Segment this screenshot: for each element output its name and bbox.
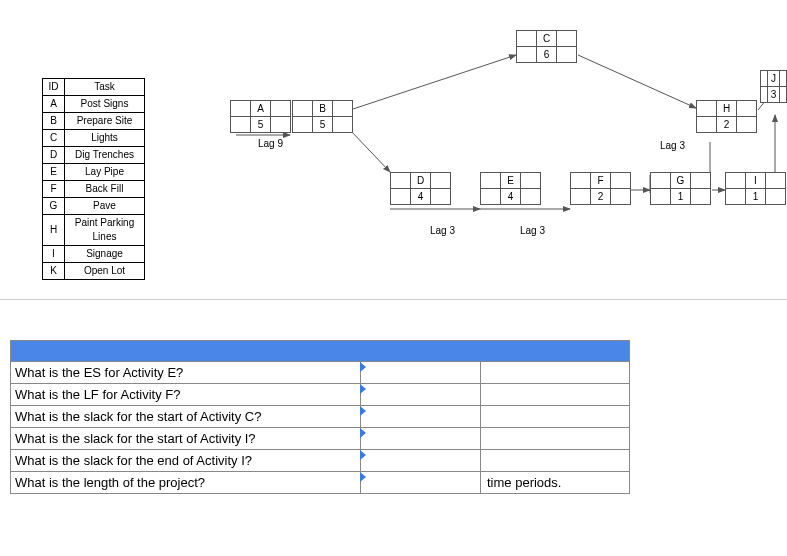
answer-unit: [481, 406, 629, 427]
answer-cell[interactable]: [361, 450, 481, 471]
question-table: What is the ES for Activity E?What is th…: [10, 340, 630, 494]
task-row: CLights: [43, 130, 145, 147]
task-id: H: [43, 215, 65, 246]
question-row: What is the slack for the end of Activit…: [10, 450, 630, 472]
answer-unit: [481, 450, 629, 471]
svg-line-4: [578, 55, 696, 108]
task-name: Back Fill: [65, 181, 145, 198]
question-text: What is the LF for Activity F?: [11, 384, 361, 405]
task-row: BPrepare Site: [43, 113, 145, 130]
answer-unit: [481, 428, 629, 449]
caret-right-icon: [360, 362, 366, 372]
answer-cell[interactable]: [361, 384, 481, 405]
lag-label-EF: Lag 3: [520, 225, 545, 236]
lag-label-GH: Lag 3: [660, 140, 685, 151]
answer-unit: time periods.: [481, 472, 629, 493]
question-text: What is the ES for Activity E?: [11, 362, 361, 383]
answer-input[interactable]: [361, 428, 480, 449]
question-text: What is the slack for the start of Activ…: [11, 406, 361, 427]
activity-node-J: J 3: [760, 70, 787, 103]
answer-input[interactable]: [361, 384, 480, 405]
task-id: A: [43, 96, 65, 113]
task-row: KOpen Lot: [43, 263, 145, 280]
activity-node-B: B 5: [292, 100, 353, 133]
task-id: G: [43, 198, 65, 215]
question-row: What is the ES for Activity E?: [10, 362, 630, 384]
caret-right-icon: [360, 384, 366, 394]
task-name: Open Lot: [65, 263, 145, 280]
task-id: I: [43, 246, 65, 263]
answer-input[interactable]: [361, 362, 480, 383]
task-id: D: [43, 147, 65, 164]
question-row: What is the slack for the start of Activ…: [10, 406, 630, 428]
task-row: HPaint Parking Lines: [43, 215, 145, 246]
lag-label-AB: Lag 9: [258, 138, 283, 149]
task-name: Paint Parking Lines: [65, 215, 145, 246]
activity-node-F: F 2: [570, 172, 631, 205]
question-text: What is the slack for the start of Activ…: [11, 428, 361, 449]
caret-right-icon: [360, 428, 366, 438]
answer-cell[interactable]: [361, 362, 481, 383]
activity-node-E: E 4: [480, 172, 541, 205]
task-id: K: [43, 263, 65, 280]
activity-node-C: C 6: [516, 30, 577, 63]
lag-label-DE: Lag 3: [430, 225, 455, 236]
task-table-header-task: Task: [65, 79, 145, 96]
activity-node-G: G 1: [650, 172, 711, 205]
task-name: Dig Trenches: [65, 147, 145, 164]
task-name: Pave: [65, 198, 145, 215]
task-id: C: [43, 130, 65, 147]
task-row: FBack Fill: [43, 181, 145, 198]
task-table: ID Task APost SignsBPrepare SiteCLightsD…: [42, 78, 145, 280]
task-row: GPave: [43, 198, 145, 215]
task-id: E: [43, 164, 65, 181]
task-name: Prepare Site: [65, 113, 145, 130]
network-diagram-panel: ID Task APost SignsBPrepare SiteCLightsD…: [0, 0, 787, 300]
task-name: Lights: [65, 130, 145, 147]
answer-cell[interactable]: [361, 428, 481, 449]
question-row: What is the length of the project?time p…: [10, 472, 630, 494]
task-table-header-id: ID: [43, 79, 65, 96]
task-row: DDig Trenches: [43, 147, 145, 164]
answer-unit: [481, 384, 629, 405]
activity-node-I: I 1: [725, 172, 786, 205]
task-row: ISignage: [43, 246, 145, 263]
svg-line-2: [350, 55, 516, 110]
answer-input[interactable]: [361, 406, 480, 427]
caret-right-icon: [360, 406, 366, 416]
question-row: What is the LF for Activity F?: [10, 384, 630, 406]
answer-unit: [481, 362, 629, 383]
answer-cell[interactable]: [361, 472, 481, 493]
task-name: Post Signs: [65, 96, 145, 113]
task-row: APost Signs: [43, 96, 145, 113]
task-id: B: [43, 113, 65, 130]
question-text: What is the slack for the end of Activit…: [11, 450, 361, 471]
task-id: F: [43, 181, 65, 198]
answer-cell[interactable]: [361, 406, 481, 427]
answer-input[interactable]: [361, 450, 480, 471]
task-name: Lay Pipe: [65, 164, 145, 181]
activity-node-H: H 2: [696, 100, 757, 133]
question-text: What is the length of the project?: [11, 472, 361, 493]
caret-right-icon: [360, 472, 366, 482]
task-row: ELay Pipe: [43, 164, 145, 181]
answer-input[interactable]: [361, 472, 480, 493]
activity-node-A: A 5: [230, 100, 291, 133]
question-table-header: [10, 340, 630, 362]
activity-node-D: D 4: [390, 172, 451, 205]
svg-line-3: [350, 130, 390, 172]
caret-right-icon: [360, 450, 366, 460]
task-name: Signage: [65, 246, 145, 263]
question-row: What is the slack for the start of Activ…: [10, 428, 630, 450]
